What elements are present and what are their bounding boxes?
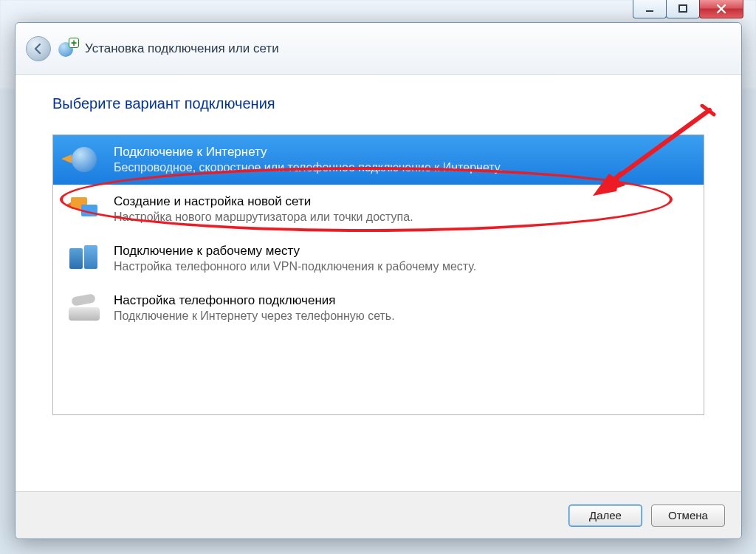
back-button[interactable] — [26, 36, 51, 61]
svg-rect-0 — [646, 10, 653, 12]
workplace-icon — [66, 244, 102, 273]
arrow-left-icon — [32, 42, 45, 55]
option-title: Подключение к рабочему месту — [114, 243, 476, 259]
phone-icon — [66, 293, 102, 323]
option-desc: Подключение к Интернету через телефонную… — [114, 309, 395, 324]
options-list: Подключение к Интернету Беспроводное, ск… — [52, 134, 704, 415]
network-wizard-icon: + — [58, 39, 78, 58]
cancel-button[interactable]: Отмена — [651, 505, 725, 527]
option-dialup[interactable]: Настройка телефонного подключения Подклю… — [53, 284, 704, 333]
option-title: Настройка телефонного подключения — [114, 293, 395, 309]
option-desc: Настройка нового маршрутизатора или точк… — [114, 210, 413, 225]
internet-icon — [66, 145, 102, 174]
wizard-body: Выберите вариант подключения Подключение… — [16, 75, 741, 430]
option-new-network[interactable]: Создание и настройка новой сети Настройк… — [53, 185, 704, 234]
option-title: Создание и настройка новой сети — [114, 194, 413, 210]
option-workplace[interactable]: Подключение к рабочему месту Настройка т… — [53, 234, 704, 284]
svg-rect-1 — [679, 5, 687, 12]
option-desc: Беспроводное, скоростное или телефонное … — [114, 160, 503, 176]
new-network-icon — [66, 194, 102, 224]
option-desc: Настройка телефонного или VPN-подключени… — [114, 259, 476, 275]
option-internet[interactable]: Подключение к Интернету Беспроводное, ск… — [53, 135, 704, 185]
wizard-window: + Установка подключения или сети Выберит… — [15, 22, 742, 539]
wizard-header: + Установка подключения или сети — [16, 23, 741, 75]
next-button[interactable]: Далее — [568, 505, 642, 527]
close-button[interactable] — [699, 0, 743, 18]
option-title: Подключение к Интернету — [114, 144, 503, 160]
wizard-footer: Далее Отмена — [16, 491, 741, 538]
page-heading: Выберите вариант подключения — [52, 95, 704, 112]
window-title: Установка подключения или сети — [85, 41, 279, 56]
window-controls — [633, 0, 743, 24]
maximize-button[interactable] — [666, 0, 700, 18]
minimize-button[interactable] — [633, 0, 667, 18]
